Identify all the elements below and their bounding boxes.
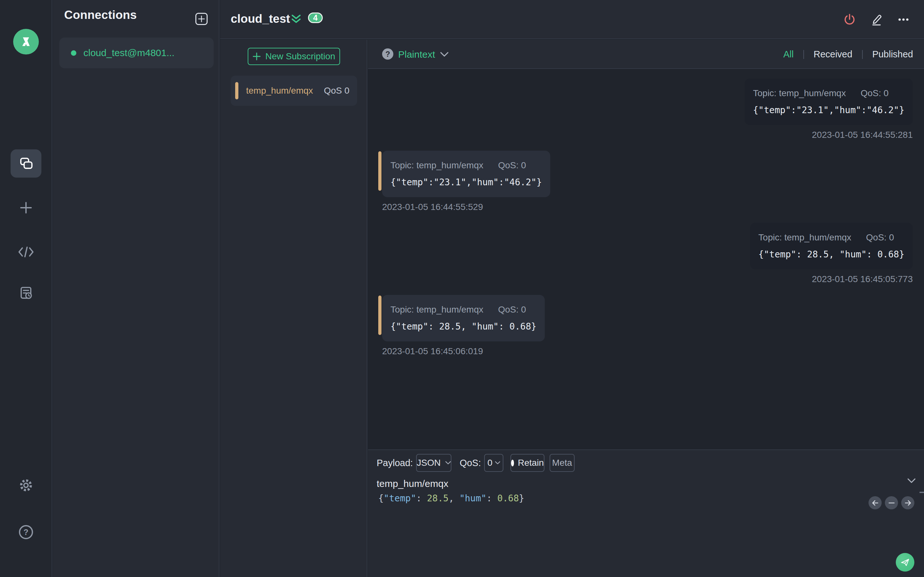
plus-icon bbox=[252, 52, 261, 61]
message-meta: Topic: temp_hum/emqxQoS: 0 bbox=[753, 88, 905, 98]
help-icon: ? bbox=[18, 524, 34, 540]
ellipsis-icon bbox=[897, 13, 910, 26]
retain-dot-icon bbox=[511, 460, 514, 466]
chevron-down-icon bbox=[907, 478, 916, 484]
message-qos: QoS: 0 bbox=[866, 232, 894, 243]
connection-name: cloud_test@m4801... bbox=[83, 47, 174, 58]
nav-settings[interactable] bbox=[17, 476, 35, 494]
edit-connection-button[interactable] bbox=[869, 12, 884, 27]
message-payload: {"temp": 28.5, "hum": 0.68} bbox=[391, 321, 536, 332]
add-connection-button[interactable] bbox=[195, 13, 208, 25]
message-card[interactable]: Topic: temp_hum/emqxQoS: 0{"temp":"23.1"… bbox=[382, 151, 550, 197]
more-options-button[interactable] bbox=[896, 12, 911, 27]
nav-connections-active[interactable] bbox=[11, 149, 41, 177]
main-area: cloud_test 4 bbox=[220, 0, 924, 577]
message-payload: {"temp": 28.5, "hum": 0.68} bbox=[758, 249, 905, 259]
log-icon bbox=[19, 285, 33, 300]
filter-all[interactable]: All bbox=[782, 49, 795, 60]
nav-new-connection[interactable] bbox=[17, 199, 35, 217]
message-color-bar bbox=[378, 151, 381, 191]
json-token-punct: : bbox=[416, 493, 427, 504]
connection-status-dot bbox=[71, 50, 76, 56]
publish-controls: Payload: JSON QoS: 0 bbox=[376, 454, 575, 472]
json-token-key: "hum" bbox=[459, 493, 486, 504]
editor-scrollbar-thumb[interactable] bbox=[919, 492, 924, 493]
message-meta: Topic: temp_hum/emqxQoS: 0 bbox=[758, 232, 905, 243]
json-token-punct: , bbox=[449, 493, 459, 504]
arrow-left-icon bbox=[871, 499, 879, 507]
message-list[interactable]: Topic: temp_hum/emqxQoS: 0{"temp":"23.1"… bbox=[368, 69, 924, 450]
subscription-color-bar bbox=[235, 82, 238, 99]
message-count-badge: 4 bbox=[308, 13, 323, 23]
nav-script[interactable] bbox=[17, 243, 35, 261]
qos-label: QoS: bbox=[460, 458, 481, 468]
filter-received[interactable]: Received bbox=[813, 49, 854, 60]
message-row-received: Topic: temp_hum/emqxQoS: 0{"temp":"23.1"… bbox=[378, 151, 913, 212]
json-token-num: 28.5 bbox=[427, 493, 449, 504]
message-row-published: Topic: temp_hum/emqxQoS: 0{"temp": 28.5,… bbox=[378, 223, 913, 284]
publish-panel: Payload: JSON QoS: 0 bbox=[368, 450, 924, 577]
send-button[interactable] bbox=[896, 553, 914, 572]
payload-format-select[interactable]: JSON bbox=[416, 454, 451, 472]
retain-toggle[interactable]: Retain bbox=[510, 454, 544, 472]
connections-panel: Connections cloud_test@m4801... bbox=[53, 0, 220, 577]
plus-icon bbox=[198, 15, 205, 23]
chevron-down-icon bbox=[495, 461, 500, 465]
message-timestamp: 2023-01-05 16:44:55:281 bbox=[745, 130, 913, 140]
json-token-key: "temp" bbox=[384, 493, 416, 504]
mqttx-logo-icon bbox=[19, 34, 33, 49]
nav-help[interactable]: ? bbox=[17, 523, 35, 541]
message-topic: Topic: temp_hum/emqx bbox=[391, 305, 483, 315]
message-block: Topic: temp_hum/emqxQoS: 0{"temp": 28.5,… bbox=[750, 223, 913, 284]
gear-icon bbox=[18, 478, 34, 493]
filter-separator bbox=[803, 50, 804, 59]
pencil-icon bbox=[870, 13, 883, 26]
message-payload: {"temp":"23.1","hum":"46.2"} bbox=[753, 105, 905, 115]
collapse-publish-chevron[interactable] bbox=[907, 478, 916, 484]
payload-editor[interactable]: {"temp": 28.5, "hum": 0.68} bbox=[378, 493, 885, 504]
message-card[interactable]: Topic: temp_hum/emqxQoS: 0{"temp":"23.1"… bbox=[745, 79, 913, 125]
connections-icon bbox=[19, 156, 33, 171]
message-card[interactable]: Topic: temp_hum/emqxQoS: 0{"temp": 28.5,… bbox=[382, 295, 545, 342]
meta-label: Meta bbox=[552, 458, 572, 468]
history-prev-button[interactable] bbox=[869, 496, 882, 509]
header-actions bbox=[842, 0, 911, 39]
message-row-received: Topic: temp_hum/emqxQoS: 0{"temp": 28.5,… bbox=[378, 295, 913, 356]
nav-log[interactable] bbox=[17, 284, 35, 302]
payload-format-selector[interactable]: Plaintext bbox=[398, 40, 449, 69]
message-qos: QoS: 0 bbox=[498, 160, 526, 171]
json-token-punct: } bbox=[519, 493, 524, 504]
new-subscription-button[interactable]: New Subscription bbox=[248, 48, 340, 65]
message-timestamp: 2023-01-05 16:45:06:019 bbox=[378, 346, 545, 356]
message-qos: QoS: 0 bbox=[498, 305, 526, 315]
chevron-down-icon bbox=[440, 52, 449, 57]
connection-list-item[interactable]: cloud_test@m4801... bbox=[59, 37, 214, 68]
chevron-down-icon bbox=[445, 461, 451, 465]
power-icon bbox=[843, 13, 856, 26]
message-meta: Topic: temp_hum/emqxQoS: 0 bbox=[391, 305, 536, 315]
message-payload: {"temp":"23.1","hum":"46.2"} bbox=[391, 177, 542, 187]
subscription-item[interactable]: temp_hum/emqx QoS 0 bbox=[231, 76, 357, 106]
payload-format-help-icon[interactable]: ? bbox=[382, 48, 393, 60]
messages-pane: ? Plaintext AllReceivedPublished Topic: … bbox=[368, 40, 924, 577]
meta-button[interactable]: Meta bbox=[549, 454, 575, 472]
message-row-published: Topic: temp_hum/emqxQoS: 0{"temp":"23.1"… bbox=[378, 79, 913, 140]
disconnect-button[interactable] bbox=[842, 12, 857, 27]
collapse-connection-chevrons[interactable] bbox=[290, 13, 302, 26]
history-clear-button[interactable] bbox=[885, 496, 898, 509]
qos-select[interactable]: 0 bbox=[484, 454, 503, 472]
svg-text:?: ? bbox=[23, 528, 28, 537]
json-token-num: 0.68 bbox=[497, 493, 519, 504]
subscription-qos: QoS 0 bbox=[324, 85, 349, 96]
filter-published[interactable]: Published bbox=[871, 49, 914, 60]
message-card[interactable]: Topic: temp_hum/emqxQoS: 0{"temp": 28.5,… bbox=[750, 223, 913, 269]
message-filters: AllReceivedPublished bbox=[782, 40, 914, 69]
message-timestamp: 2023-01-05 16:44:55:529 bbox=[378, 202, 550, 212]
plus-icon bbox=[19, 200, 33, 215]
topic-input[interactable]: temp_hum/emqx bbox=[376, 478, 898, 489]
history-next-button[interactable] bbox=[901, 496, 914, 509]
subscriptions-column: New Subscription temp_hum/emqx QoS 0 bbox=[220, 40, 367, 577]
double-chevron-down-icon bbox=[290, 13, 302, 26]
message-timestamp: 2023-01-05 16:45:05:773 bbox=[750, 274, 913, 284]
code-icon bbox=[18, 245, 34, 258]
